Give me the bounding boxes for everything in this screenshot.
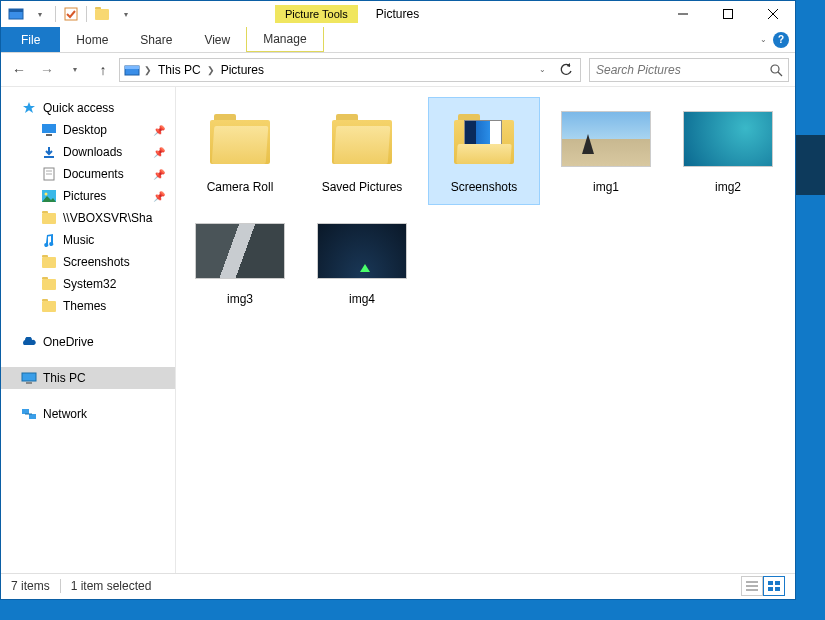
nav-item-downloads[interactable]: Downloads 📌 <box>1 141 175 163</box>
nav-item-documents[interactable]: Documents 📌 <box>1 163 175 185</box>
nav-item-pictures[interactable]: Pictures 📌 <box>1 185 175 207</box>
image-thumbnail <box>561 104 651 174</box>
forward-button[interactable]: → <box>35 58 59 82</box>
qat-properties-icon[interactable] <box>5 4 27 24</box>
qat-check-icon[interactable] <box>60 4 82 24</box>
nav-label: Downloads <box>63 145 122 159</box>
network-icon <box>21 407 37 421</box>
svg-rect-20 <box>26 382 32 384</box>
nav-item-share[interactable]: \\VBOXSVR\Shar <box>1 207 175 229</box>
body-area: Quick access Desktop 📌 Downloads 📌 Docum… <box>1 87 795 573</box>
nav-item-themes[interactable]: Themes <box>1 295 175 317</box>
pin-icon: 📌 <box>153 191 165 202</box>
qat-newfolder-icon[interactable] <box>91 4 113 24</box>
breadcrumb-pictures[interactable]: Pictures <box>217 63 268 77</box>
refresh-button[interactable] <box>554 58 578 82</box>
maximize-button[interactable] <box>705 1 750 27</box>
svg-rect-8 <box>125 66 139 69</box>
this-pc-icon <box>21 371 37 385</box>
navigation-pane: Quick access Desktop 📌 Downloads 📌 Docum… <box>1 87 176 573</box>
ribbon-expand-icon[interactable]: ⌄ <box>760 35 767 44</box>
image-thumbnail <box>195 216 285 286</box>
item-label: img3 <box>227 292 253 306</box>
svg-rect-19 <box>22 373 36 381</box>
address-dropdown-icon[interactable]: ⌄ <box>530 58 554 82</box>
chevron-right-icon[interactable]: ❯ <box>205 65 217 75</box>
documents-icon <box>41 167 57 181</box>
item-img3[interactable]: img3 <box>184 209 296 317</box>
item-img2[interactable]: img2 <box>672 97 784 205</box>
details-view-button[interactable] <box>741 576 763 596</box>
svg-rect-28 <box>775 581 780 585</box>
nav-label: This PC <box>43 371 86 385</box>
ribbon-tabs: File Home Share View Manage ⌄ ? <box>1 27 795 53</box>
nav-this-pc[interactable]: This PC <box>1 367 175 389</box>
nav-label: Themes <box>63 299 106 313</box>
search-box[interactable] <box>589 58 789 82</box>
chevron-right-icon[interactable]: ❯ <box>142 65 154 75</box>
nav-label: Network <box>43 407 87 421</box>
tab-share[interactable]: Share <box>124 27 188 52</box>
pin-icon: 📌 <box>153 169 165 180</box>
nav-label: Desktop <box>63 123 107 137</box>
tab-view[interactable]: View <box>188 27 246 52</box>
folder-icon <box>41 255 57 269</box>
nav-network[interactable]: Network <box>1 403 175 425</box>
tab-home[interactable]: Home <box>60 27 124 52</box>
folder-icon <box>195 104 285 174</box>
svg-rect-1 <box>9 9 23 12</box>
item-img4[interactable]: img4 <box>306 209 418 317</box>
address-row: ← → ▾ ↑ ❯ This PC ❯ Pictures ⌄ <box>1 53 795 87</box>
svg-rect-22 <box>29 414 36 419</box>
svg-point-18 <box>45 193 48 196</box>
file-tab[interactable]: File <box>1 27 60 52</box>
search-icon[interactable] <box>764 63 788 77</box>
folder-icon <box>41 211 57 225</box>
close-button[interactable] <box>750 1 795 27</box>
nav-item-desktop[interactable]: Desktop 📌 <box>1 119 175 141</box>
nav-label: Quick access <box>43 101 114 115</box>
svg-rect-12 <box>46 134 52 136</box>
help-icon[interactable]: ? <box>773 32 789 48</box>
item-img1[interactable]: img1 <box>550 97 662 205</box>
item-saved-pictures[interactable]: Saved Pictures <box>306 97 418 205</box>
address-bar[interactable]: ❯ This PC ❯ Pictures ⌄ <box>119 58 581 82</box>
nav-item-music[interactable]: Music <box>1 229 175 251</box>
nav-quick-access[interactable]: Quick access <box>1 97 175 119</box>
up-button[interactable]: ↑ <box>91 58 115 82</box>
item-label: img1 <box>593 180 619 194</box>
minimize-button[interactable] <box>660 1 705 27</box>
search-input[interactable] <box>590 63 764 77</box>
thumbnails-view-button[interactable] <box>763 576 785 596</box>
folder-icon <box>41 299 57 313</box>
desktop-background-slice <box>796 135 825 195</box>
nav-item-system32[interactable]: System32 <box>1 273 175 295</box>
qat-customize-icon[interactable]: ▾ <box>115 4 137 24</box>
recent-locations-button[interactable]: ▾ <box>63 58 87 82</box>
folder-icon <box>41 277 57 291</box>
downloads-icon <box>41 145 57 159</box>
tab-manage[interactable]: Manage <box>246 27 323 52</box>
svg-rect-27 <box>768 581 773 585</box>
item-camera-roll[interactable]: Camera Roll <box>184 97 296 205</box>
quick-access-toolbar: ▾ ▾ <box>1 4 141 24</box>
contextual-tab-header: Picture Tools <box>275 7 358 21</box>
back-button[interactable]: ← <box>7 58 31 82</box>
item-label: Camera Roll <box>207 180 274 194</box>
music-icon <box>41 233 57 247</box>
item-label: img2 <box>715 180 741 194</box>
nav-onedrive[interactable]: OneDrive <box>1 331 175 353</box>
item-screenshots[interactable]: Screenshots <box>428 97 540 205</box>
nav-label: System32 <box>63 277 116 291</box>
svg-rect-30 <box>775 587 780 591</box>
status-selection: 1 item selected <box>71 579 152 593</box>
nav-label: Music <box>63 233 94 247</box>
breadcrumb-this-pc[interactable]: This PC <box>154 63 205 77</box>
svg-rect-29 <box>768 587 773 591</box>
pictures-icon <box>41 189 57 203</box>
qat-dropdown-icon[interactable]: ▾ <box>29 4 51 24</box>
content-pane[interactable]: Camera Roll Saved Pictures Screenshots i… <box>176 87 795 573</box>
nav-item-screenshots[interactable]: Screenshots <box>1 251 175 273</box>
status-item-count: 7 items <box>11 579 50 593</box>
svg-point-9 <box>771 65 779 73</box>
